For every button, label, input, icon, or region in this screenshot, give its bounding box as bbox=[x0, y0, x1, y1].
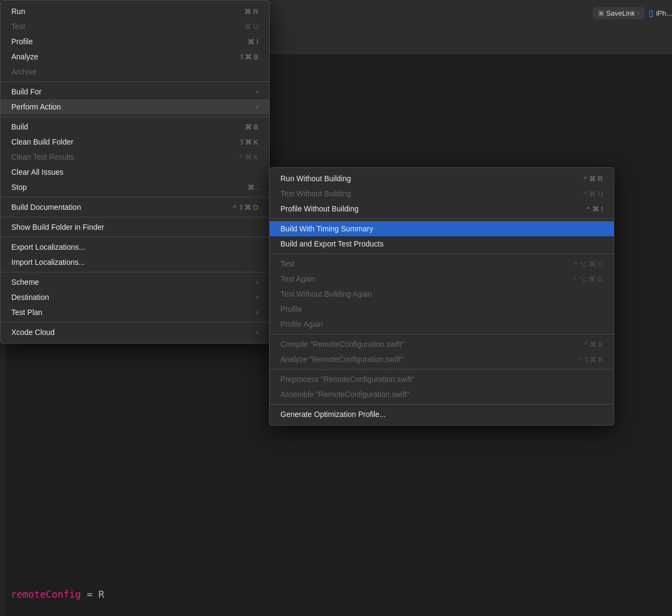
chevron-right-build-for: › bbox=[256, 88, 258, 95]
separator-5 bbox=[1, 237, 269, 237]
menu-item-build-shortcut: ⌘ B bbox=[245, 123, 258, 131]
submenu-assemble-remote-config[interactable]: Assemble "RemoteConfiguration.swift" bbox=[270, 387, 614, 402]
menu-item-archive-label: Archive bbox=[11, 67, 237, 76]
menu-item-clean-build-label: Clean Build Folder bbox=[11, 138, 217, 146]
menu-item-analyze-shortcut: ⇧⌘ B bbox=[239, 53, 258, 61]
menu-item-test[interactable]: Test ⌘ U bbox=[1, 19, 269, 34]
submenu-test-again-shortcut: ^ ⌥ ⌘ G bbox=[573, 275, 603, 283]
submenu-separator-5 bbox=[270, 404, 614, 405]
menu-item-test-plan-label: Test Plan bbox=[11, 308, 252, 317]
submenu-test-without-building-again[interactable]: Test Without Building Again bbox=[270, 286, 614, 302]
submenu-build-export-test-label: Build and Export Test Products bbox=[280, 239, 603, 248]
submenu-test-without-building[interactable]: Test Without Building ^ ⌘ U bbox=[270, 186, 614, 201]
submenu-test[interactable]: Test ^ ⌥ ⌘ U bbox=[270, 256, 614, 271]
menu-item-build-docs[interactable]: Build Documentation ^ ⇧⌘ D bbox=[1, 200, 269, 215]
submenu-profile[interactable]: Profile bbox=[270, 302, 614, 317]
separator-2 bbox=[1, 117, 269, 117]
menu-item-test-shortcut: ⌘ U bbox=[244, 23, 258, 31]
menu-item-build-for[interactable]: Build For › bbox=[1, 84, 269, 99]
menu-item-destination-label: Destination bbox=[11, 293, 252, 302]
submenu-compile-remote-config[interactable]: Compile "RemoteConfiguration.swift" ^ ⌘ … bbox=[270, 337, 614, 352]
submenu-separator-2 bbox=[270, 254, 614, 254]
savelink-button[interactable]: ▣ SaveLink › bbox=[593, 7, 644, 19]
toolbar-right: ▣ SaveLink › ▯ iPh... bbox=[593, 7, 672, 19]
menu-item-test-plan[interactable]: Test Plan › bbox=[1, 305, 269, 320]
menu-item-run-shortcut: ⌘ R bbox=[244, 8, 258, 16]
submenu-analyze-remote-config[interactable]: Analyze "RemoteConfiguration.swift" ^ ⇧⌘… bbox=[270, 352, 614, 367]
menu-item-profile[interactable]: Profile ⌘ I bbox=[1, 34, 269, 49]
device-selector[interactable]: ▯ iPh... bbox=[649, 8, 672, 18]
submenu-analyze-remote-config-label: Analyze "RemoteConfiguration.swift" bbox=[280, 355, 557, 364]
menu-item-scheme[interactable]: Scheme › bbox=[1, 275, 269, 290]
bottom-code-pink: remoteConfig bbox=[11, 588, 81, 600]
chevron-right-test-plan: › bbox=[256, 309, 258, 316]
menu-item-import-loc[interactable]: Import Localizations... bbox=[1, 255, 269, 270]
menu-item-xcode-cloud[interactable]: Xcode Cloud › bbox=[1, 325, 269, 340]
separator-4 bbox=[1, 217, 269, 217]
submenu-run-without-building-shortcut: ^ ⌘ R bbox=[584, 175, 603, 183]
bottom-code-area: remoteConfig = R bbox=[11, 588, 104, 600]
menu-item-clean-build-shortcut: ⇧⌘ K bbox=[239, 138, 258, 146]
submenu-test-without-building-label: Test Without Building bbox=[280, 189, 562, 198]
submenu-profile-label: Profile bbox=[280, 305, 603, 313]
menu-item-stop-shortcut: ⌘ . bbox=[248, 183, 258, 191]
menu-item-clear-issues[interactable]: Clear All Issues bbox=[1, 165, 269, 180]
submenu-run-without-building[interactable]: Run Without Building ^ ⌘ R bbox=[270, 171, 614, 186]
submenu-assemble-remote-config-label: Assemble "RemoteConfiguration.swift" bbox=[280, 390, 603, 399]
menu-item-clear-issues-label: Clear All Issues bbox=[11, 168, 237, 176]
submenu-build-export-test[interactable]: Build and Export Test Products bbox=[270, 236, 614, 251]
chevron-right-icon: › bbox=[637, 9, 639, 17]
submenu-compile-remote-config-shortcut: ^ ⌘ B bbox=[584, 340, 603, 348]
menu-item-build[interactable]: Build ⌘ B bbox=[1, 119, 269, 134]
submenu-test-label: Test bbox=[280, 259, 552, 268]
submenu-separator-4 bbox=[270, 369, 614, 369]
menu-item-build-docs-label: Build Documentation bbox=[11, 203, 211, 211]
menu-item-stop[interactable]: Stop ⌘ . bbox=[1, 180, 269, 195]
menu-item-analyze[interactable]: Analyze ⇧⌘ B bbox=[1, 49, 269, 64]
chevron-right-destination: › bbox=[256, 293, 258, 301]
submenu-profile-without-building[interactable]: Profile Without Building ^ ⌘ I bbox=[270, 201, 614, 216]
submenu-build-with-timing[interactable]: Build With Timing Summary bbox=[270, 221, 614, 236]
menu-item-run[interactable]: Run ⌘ R bbox=[1, 4, 269, 19]
menu-item-import-loc-label: Import Localizations... bbox=[11, 258, 258, 266]
menu-item-analyze-label: Analyze bbox=[11, 52, 217, 61]
submenu-build-with-timing-label: Build With Timing Summary bbox=[280, 224, 581, 233]
submenu-analyze-remote-config-shortcut: ^ ⇧⌘ B bbox=[578, 355, 603, 364]
menu-item-perform-action-label: Perform Action bbox=[11, 102, 252, 111]
submenu-run-without-building-label: Run Without Building bbox=[280, 174, 562, 183]
menu-item-build-for-label: Build For bbox=[11, 87, 252, 96]
submenu-separator-3 bbox=[270, 334, 614, 334]
menu-item-show-build-folder[interactable]: Show Build Folder in Finder bbox=[1, 220, 269, 235]
separator-3 bbox=[1, 197, 269, 197]
device-label: iPh... bbox=[656, 9, 672, 17]
menu-item-scheme-label: Scheme bbox=[11, 278, 252, 286]
menu-item-destination[interactable]: Destination › bbox=[1, 290, 269, 305]
bottom-code-equals: = R bbox=[87, 588, 105, 600]
submenu-compile-remote-config-label: Compile "RemoteConfiguration.swift" bbox=[280, 340, 563, 348]
chevron-right-perform-action: › bbox=[256, 103, 258, 111]
submenu-generate-optimization[interactable]: Generate Optimization Profile... bbox=[270, 407, 614, 422]
submenu-profile-again-label: Profile Again bbox=[280, 320, 603, 328]
submenu-test-again[interactable]: Test Again ^ ⌥ ⌘ G bbox=[270, 271, 614, 286]
menu-item-stop-label: Stop bbox=[11, 183, 226, 191]
menu-item-clean-build[interactable]: Clean Build Folder ⇧⌘ K bbox=[1, 134, 269, 149]
chevron-right-scheme: › bbox=[256, 278, 258, 286]
menu-item-clean-test[interactable]: Clean Test Results ^ ⌘ K bbox=[1, 149, 269, 165]
submenu-test-shortcut: ^ ⌥ ⌘ U bbox=[574, 260, 603, 268]
separator-1 bbox=[1, 81, 269, 82]
iphone-icon: ▯ bbox=[649, 8, 654, 18]
separator-6 bbox=[1, 272, 269, 272]
submenu-preprocess-remote-config[interactable]: Preprocess "RemoteConfiguration.swift" bbox=[270, 372, 614, 387]
menu-item-perform-action[interactable]: Perform Action › bbox=[1, 99, 269, 114]
menu-item-profile-label: Profile bbox=[11, 37, 226, 46]
menu-item-export-loc[interactable]: Export Localizations... bbox=[1, 239, 269, 255]
menu-item-run-label: Run bbox=[11, 7, 223, 16]
submenu-profile-again[interactable]: Profile Again bbox=[270, 317, 614, 332]
menu-item-clean-test-label: Clean Test Results bbox=[11, 153, 218, 161]
submenu-separator-1 bbox=[270, 218, 614, 219]
menu-item-export-loc-label: Export Localizations... bbox=[11, 243, 258, 251]
menu-item-xcode-cloud-label: Xcode Cloud bbox=[11, 328, 252, 337]
menu-item-build-label: Build bbox=[11, 122, 223, 131]
menu-item-archive[interactable]: Archive bbox=[1, 64, 269, 79]
submenu-test-again-label: Test Again bbox=[280, 275, 552, 283]
